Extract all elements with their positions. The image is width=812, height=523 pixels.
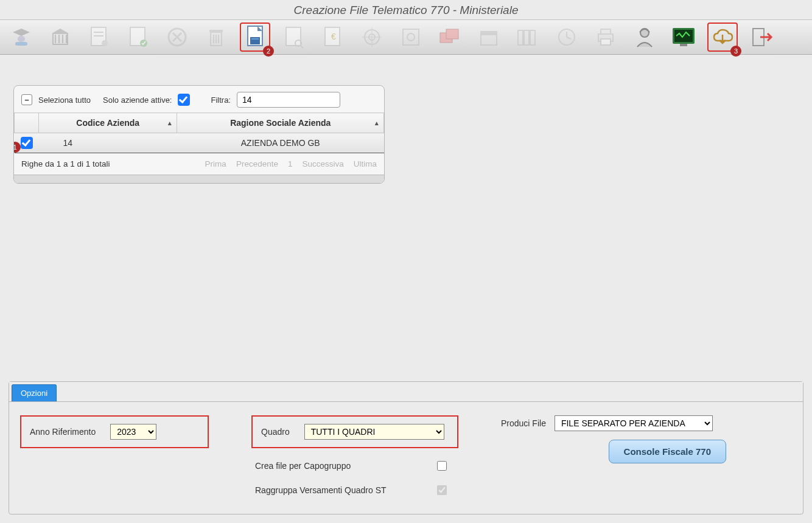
graduate-icon[interactable]	[6, 23, 37, 52]
select-all-toggle[interactable]: −	[21, 94, 32, 105]
safe-icon[interactable]	[396, 23, 426, 52]
svg-rect-41	[530, 30, 535, 45]
monitor-icon[interactable]	[668, 23, 699, 52]
svg-line-26	[301, 46, 303, 48]
callout-2: 2	[263, 46, 274, 57]
callout-3: 3	[730, 46, 741, 57]
building-icon[interactable]	[45, 23, 75, 52]
table-row[interactable]: 1 14 AZIENDA DEMO GB	[15, 133, 384, 153]
filter-label: Filtra:	[211, 95, 231, 105]
quadro-label: Quadro	[261, 427, 290, 437]
cell-ragione: AZIENDA DEMO GB	[177, 133, 384, 153]
cell-codice: 14	[39, 133, 177, 153]
cancel-icon[interactable]	[162, 23, 192, 52]
svg-rect-39	[518, 30, 523, 45]
user-support-icon[interactable]	[629, 23, 660, 52]
col-ragione[interactable]: Ragione Sociale Azienda▴	[177, 113, 384, 133]
raggruppa-checkbox	[437, 485, 447, 495]
console-fiscale-button[interactable]: Console Fiscale 770	[609, 440, 726, 463]
document-search-icon[interactable]	[279, 23, 309, 52]
calendar-icon[interactable]	[474, 23, 504, 52]
quadro-select[interactable]: TUTTI I QUADRI	[304, 424, 444, 440]
select-all-label: Seleziona tutto	[38, 95, 91, 105]
windows-icon[interactable]	[435, 23, 465, 52]
pager-last[interactable]: Ultima	[354, 159, 377, 168]
svg-point-10	[102, 40, 108, 46]
produci-select[interactable]: FILE SEPARATO PER AZIENDA	[555, 415, 713, 431]
filter-input[interactable]	[237, 92, 340, 108]
capogruppo-label: Crea file per Capogruppo	[255, 461, 351, 471]
svg-rect-24	[286, 27, 301, 46]
callout-1: 1	[13, 142, 21, 153]
archive-icon[interactable]	[513, 23, 543, 52]
company-grid-panel: − Seleziona tutto Solo aziende attive: F…	[13, 85, 385, 184]
file-save-button[interactable]: 2	[240, 23, 270, 52]
svg-rect-0	[18, 36, 25, 42]
anno-label: Anno Riferimento	[30, 427, 96, 437]
printer-icon[interactable]	[590, 23, 621, 52]
svg-text:€: €	[331, 32, 336, 41]
svg-rect-23	[251, 38, 259, 40]
produci-label: Produci File	[501, 418, 546, 428]
svg-rect-36	[446, 29, 458, 39]
pager-next[interactable]: Successiva	[302, 159, 343, 168]
capogruppo-checkbox[interactable]	[437, 461, 447, 471]
pager-summary: Righe da 1 a 1 di 1 totali	[21, 159, 110, 168]
exit-icon[interactable]	[746, 23, 777, 52]
svg-rect-40	[524, 30, 529, 45]
pager: Righe da 1 a 1 di 1 totali Prima Precede…	[14, 153, 384, 175]
only-active-checkbox[interactable]	[178, 94, 190, 106]
tab-opzioni[interactable]: Opzioni	[12, 384, 57, 401]
svg-rect-46	[601, 29, 611, 34]
svg-rect-17	[209, 30, 223, 32]
company-table: Codice Azienda▴ Ragione Sociale Azienda▴…	[14, 113, 384, 153]
svg-rect-1	[15, 42, 27, 46]
cloud-download-button[interactable]: 3	[707, 23, 738, 52]
trash-icon[interactable]	[201, 23, 231, 52]
pager-first[interactable]: Prima	[205, 159, 226, 168]
svg-rect-22	[250, 37, 260, 44]
pager-page[interactable]: 1	[288, 159, 293, 168]
svg-rect-38	[481, 32, 497, 35]
options-panel: Opzioni Anno Riferimento 2023 Quadro TUT…	[9, 381, 803, 514]
clock-icon[interactable]	[551, 23, 582, 52]
document-check-icon[interactable]	[123, 23, 153, 52]
pager-prev[interactable]: Precedente	[236, 159, 278, 168]
only-active-label: Solo aziende attive:	[103, 95, 172, 105]
row-checkbox[interactable]	[21, 137, 33, 149]
svg-rect-47	[601, 39, 611, 45]
document-list-icon[interactable]	[84, 23, 114, 52]
svg-rect-51	[680, 44, 687, 46]
raggruppa-label: Raggruppa Versamenti Quadro ST	[255, 485, 387, 495]
svg-rect-33	[403, 29, 419, 45]
svg-line-44	[567, 37, 571, 39]
target-icon[interactable]	[357, 23, 387, 52]
document-money-icon[interactable]: €	[318, 23, 348, 52]
anno-select[interactable]: 2023	[110, 424, 156, 440]
resize-grip[interactable]	[14, 175, 384, 183]
svg-point-34	[407, 33, 415, 41]
window-title: Creazione File Telematico 770 - Minister…	[0, 0, 812, 19]
col-codice[interactable]: Codice Azienda▴	[39, 113, 177, 133]
main-toolbar: 2 € 3	[0, 19, 812, 55]
